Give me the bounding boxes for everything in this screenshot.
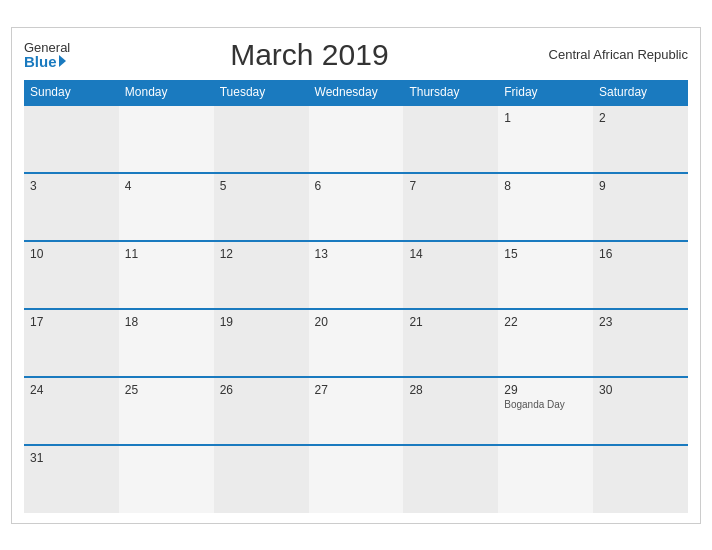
calendar-day-cell: 20 xyxy=(309,309,404,377)
calendar-week-row: 12 xyxy=(24,105,688,173)
calendar-week-row: 31 xyxy=(24,445,688,513)
day-number: 28 xyxy=(409,383,492,397)
country-label: Central African Republic xyxy=(549,47,688,62)
logo-general-text: General xyxy=(24,41,70,54)
calendar-day-cell: 4 xyxy=(119,173,214,241)
weekday-header: Friday xyxy=(498,80,593,105)
day-number: 18 xyxy=(125,315,208,329)
day-number: 29 xyxy=(504,383,587,397)
day-number: 7 xyxy=(409,179,492,193)
weekday-header: Saturday xyxy=(593,80,688,105)
calendar-day-cell: 2 xyxy=(593,105,688,173)
calendar-day-cell xyxy=(119,105,214,173)
day-number: 11 xyxy=(125,247,208,261)
calendar-day-cell: 1 xyxy=(498,105,593,173)
calendar-day-cell: 30 xyxy=(593,377,688,445)
calendar-day-cell: 24 xyxy=(24,377,119,445)
calendar-day-cell: 28 xyxy=(403,377,498,445)
calendar-day-cell: 19 xyxy=(214,309,309,377)
weekday-header: Sunday xyxy=(24,80,119,105)
calendar-day-cell xyxy=(403,105,498,173)
day-number: 23 xyxy=(599,315,682,329)
day-number: 21 xyxy=(409,315,492,329)
day-number: 14 xyxy=(409,247,492,261)
logo-blue-text: Blue xyxy=(24,54,70,69)
calendar-day-cell: 15 xyxy=(498,241,593,309)
calendar-day-cell xyxy=(403,445,498,513)
weekday-header: Wednesday xyxy=(309,80,404,105)
logo: General Blue xyxy=(24,41,70,69)
day-number: 27 xyxy=(315,383,398,397)
calendar-day-cell: 3 xyxy=(24,173,119,241)
day-number: 10 xyxy=(30,247,113,261)
day-number: 1 xyxy=(504,111,587,125)
calendar-day-cell: 23 xyxy=(593,309,688,377)
calendar-day-cell: 27 xyxy=(309,377,404,445)
day-number: 20 xyxy=(315,315,398,329)
day-number: 26 xyxy=(220,383,303,397)
calendar-day-cell: 7 xyxy=(403,173,498,241)
day-number: 3 xyxy=(30,179,113,193)
calendar-day-cell xyxy=(214,105,309,173)
day-number: 8 xyxy=(504,179,587,193)
calendar-day-cell: 21 xyxy=(403,309,498,377)
weekday-header-row: SundayMondayTuesdayWednesdayThursdayFrid… xyxy=(24,80,688,105)
calendar-week-row: 10111213141516 xyxy=(24,241,688,309)
calendar-day-cell xyxy=(119,445,214,513)
calendar-day-cell xyxy=(214,445,309,513)
day-number: 5 xyxy=(220,179,303,193)
day-event: Boganda Day xyxy=(504,399,587,410)
calendar-day-cell: 8 xyxy=(498,173,593,241)
calendar-day-cell: 26 xyxy=(214,377,309,445)
calendar-day-cell xyxy=(309,445,404,513)
day-number: 2 xyxy=(599,111,682,125)
weekday-header: Tuesday xyxy=(214,80,309,105)
calendar-day-cell xyxy=(309,105,404,173)
calendar-day-cell: 25 xyxy=(119,377,214,445)
calendar-day-cell: 13 xyxy=(309,241,404,309)
calendar-day-cell xyxy=(593,445,688,513)
calendar-day-cell: 18 xyxy=(119,309,214,377)
day-number: 4 xyxy=(125,179,208,193)
calendar-day-cell: 10 xyxy=(24,241,119,309)
day-number: 24 xyxy=(30,383,113,397)
calendar-wrapper: General Blue March 2019 Central African … xyxy=(11,27,701,524)
day-number: 6 xyxy=(315,179,398,193)
calendar-day-cell: 31 xyxy=(24,445,119,513)
day-number: 30 xyxy=(599,383,682,397)
calendar-week-row: 17181920212223 xyxy=(24,309,688,377)
day-number: 19 xyxy=(220,315,303,329)
day-number: 16 xyxy=(599,247,682,261)
day-number: 9 xyxy=(599,179,682,193)
day-number: 17 xyxy=(30,315,113,329)
calendar-day-cell: 29Boganda Day xyxy=(498,377,593,445)
calendar-day-cell xyxy=(24,105,119,173)
calendar-table: SundayMondayTuesdayWednesdayThursdayFrid… xyxy=(24,80,688,513)
logo-triangle-icon xyxy=(59,55,66,67)
weekday-header: Thursday xyxy=(403,80,498,105)
weekday-header: Monday xyxy=(119,80,214,105)
day-number: 25 xyxy=(125,383,208,397)
calendar-day-cell: 16 xyxy=(593,241,688,309)
calendar-week-row: 3456789 xyxy=(24,173,688,241)
calendar-week-row: 242526272829Boganda Day30 xyxy=(24,377,688,445)
calendar-day-cell: 5 xyxy=(214,173,309,241)
day-number: 31 xyxy=(30,451,113,465)
calendar-day-cell: 9 xyxy=(593,173,688,241)
calendar-day-cell: 17 xyxy=(24,309,119,377)
calendar-day-cell: 6 xyxy=(309,173,404,241)
day-number: 12 xyxy=(220,247,303,261)
calendar-title: March 2019 xyxy=(70,38,548,72)
day-number: 22 xyxy=(504,315,587,329)
calendar-day-cell xyxy=(498,445,593,513)
day-number: 15 xyxy=(504,247,587,261)
calendar-day-cell: 11 xyxy=(119,241,214,309)
calendar-day-cell: 14 xyxy=(403,241,498,309)
calendar-day-cell: 22 xyxy=(498,309,593,377)
calendar-day-cell: 12 xyxy=(214,241,309,309)
day-number: 13 xyxy=(315,247,398,261)
calendar-header: General Blue March 2019 Central African … xyxy=(24,38,688,72)
